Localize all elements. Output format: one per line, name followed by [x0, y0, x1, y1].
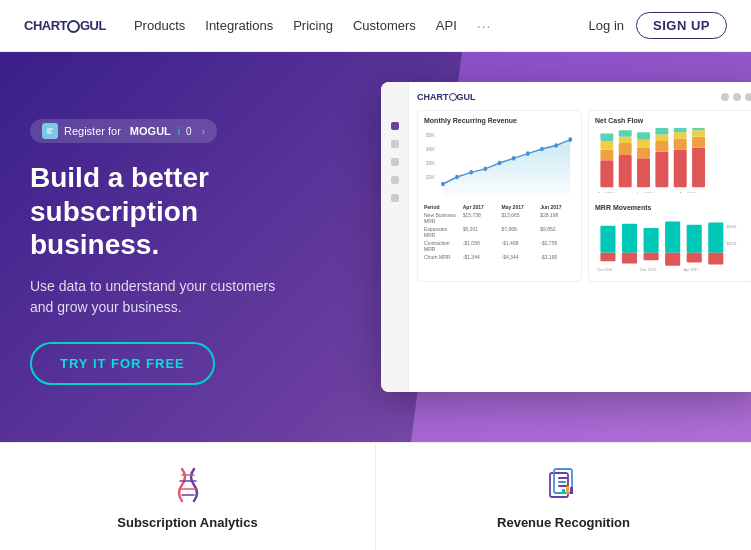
sidebar-dot-1	[391, 122, 399, 130]
svg-text:$25K: $25K	[727, 241, 737, 246]
dashboard-frame: CHARTGUL Monthly Recurring Revenue	[381, 82, 751, 392]
svg-rect-52	[665, 221, 680, 252]
svg-rect-74	[570, 487, 573, 494]
bottom-card-revenue[interactable]: Revenue Recognition	[376, 443, 751, 550]
ncf-chart-card: Net Cash Flow	[588, 110, 751, 282]
svg-text:$50K: $50K	[727, 224, 737, 229]
svg-rect-36	[674, 139, 687, 150]
dash-sidebar	[381, 82, 409, 392]
dash-icon-bell	[733, 93, 741, 101]
dash-logo: CHARTGUL	[417, 92, 476, 102]
svg-rect-21	[600, 141, 613, 150]
logo-circle-icon	[67, 20, 80, 33]
revenue-icon	[542, 463, 586, 507]
svg-rect-73	[566, 486, 569, 494]
table-header-row: Period Apr 2017 May 2017 Jun 2017	[424, 204, 575, 210]
svg-text:Jan 2016: Jan 2016	[636, 191, 654, 193]
svg-text:Oct 2016: Oct 2016	[597, 191, 615, 193]
svg-rect-38	[674, 128, 687, 132]
login-link[interactable]: Log in	[589, 18, 624, 33]
svg-rect-57	[708, 253, 723, 265]
mrr-chart-card: Monthly Recurring Revenue	[417, 110, 582, 282]
nav-customers[interactable]: Customers	[353, 18, 416, 33]
svg-rect-24	[619, 143, 632, 155]
svg-text:$50K: $50K	[426, 133, 435, 138]
sidebar-dot-5	[391, 194, 399, 202]
svg-text:Oct 2016: Oct 2016	[597, 268, 612, 272]
svg-rect-49	[622, 253, 637, 264]
svg-rect-70	[558, 481, 566, 483]
svg-rect-31	[655, 152, 668, 188]
svg-rect-69	[558, 477, 568, 479]
nav-pricing[interactable]: Pricing	[293, 18, 333, 33]
hero-dashboard: CHARTGUL Monthly Recurring Revenue	[351, 72, 751, 412]
svg-text:$40K: $40K	[426, 147, 435, 152]
register-text: Register for	[64, 125, 121, 137]
svg-rect-37	[674, 132, 687, 138]
svg-rect-47	[600, 253, 615, 262]
logo-text: CHART	[24, 18, 67, 33]
logo-text2: GUL	[80, 18, 106, 33]
nav-products[interactable]: Products	[134, 18, 185, 33]
svg-text:Apr 2017: Apr 2017	[683, 268, 698, 272]
svg-rect-54	[687, 225, 702, 253]
hero-subtitle: Use data to understand your customersand…	[30, 276, 290, 318]
svg-rect-23	[619, 155, 632, 187]
hero-title: Build a better subscription business.	[30, 161, 290, 262]
dash-icon-user	[745, 93, 751, 101]
svg-point-8	[483, 167, 487, 172]
arrow-icon: ›	[202, 125, 206, 137]
analytics-icon	[166, 463, 210, 507]
nav-integrations[interactable]: Integrations	[205, 18, 273, 33]
mogul-text: MOGUL	[130, 125, 171, 137]
svg-rect-33	[655, 134, 668, 140]
register-banner[interactable]: Register for MOGUL i0 ›	[30, 119, 217, 143]
svg-rect-55	[687, 253, 702, 263]
dash-main: CHARTGUL Monthly Recurring Revenue	[409, 82, 751, 392]
svg-text:Apr 2017: Apr 2017	[679, 191, 697, 193]
svg-point-14	[568, 137, 572, 142]
sidebar-dot-4	[391, 176, 399, 184]
dash-logo-row: CHARTGUL	[417, 92, 751, 102]
mrr-chart-title: Monthly Recurring Revenue	[424, 117, 575, 124]
svg-text:Dec 2016: Dec 2016	[640, 268, 656, 272]
bottom-section: Subscription Analytics Revenue Recogniti…	[0, 442, 751, 550]
svg-rect-35	[674, 150, 687, 188]
svg-rect-50	[644, 228, 659, 253]
svg-rect-41	[692, 130, 705, 136]
table-row-2: Expansion MRR $5,201 $7,068 $9,852	[424, 226, 575, 238]
svg-point-7	[469, 170, 473, 175]
table-row-4: Churn MRR -$1,344 -$4,344 -$3,190	[424, 254, 575, 260]
svg-rect-25	[619, 137, 632, 143]
svg-point-11	[526, 151, 530, 156]
bottom-card-analytics[interactable]: Subscription Analytics	[0, 443, 376, 550]
svg-point-6	[455, 175, 459, 180]
chart-data-table: Period Apr 2017 May 2017 Jun 2017 New Bu…	[424, 204, 575, 260]
signup-button[interactable]: SIGN UP	[636, 12, 727, 39]
nav-api[interactable]: API	[436, 18, 457, 33]
dash-icons	[721, 93, 751, 101]
nav-right: Log in SIGN UP	[589, 12, 727, 39]
ncf-chart-title: Net Cash Flow	[595, 117, 746, 124]
mrr-mov-title: MRR Movements	[595, 204, 746, 211]
svg-rect-30	[637, 132, 650, 140]
table-row-3: Contraction MRR -$1,058 -$1,468 -$2,756	[424, 240, 575, 252]
ncf-bar-chart: Oct 2016 Jan 2016 Apr 2017	[595, 128, 746, 198]
svg-rect-39	[692, 147, 705, 187]
logo[interactable]: CHARTGUL	[24, 18, 106, 33]
analytics-label: Subscription Analytics	[117, 515, 257, 530]
svg-rect-29	[637, 140, 650, 148]
svg-rect-32	[655, 141, 668, 152]
mrr-line-chart: $50K $40K $30K $20K	[424, 128, 575, 198]
svg-rect-27	[637, 158, 650, 187]
svg-point-12	[540, 147, 544, 152]
svg-rect-40	[692, 137, 705, 148]
svg-point-5	[441, 182, 445, 187]
nav-more-dots[interactable]: ···	[477, 18, 492, 34]
svg-rect-20	[600, 150, 613, 161]
charts-grid: Monthly Recurring Revenue	[417, 110, 751, 282]
svg-point-9	[498, 161, 502, 166]
svg-point-13	[554, 143, 558, 148]
cta-button[interactable]: TRY IT FOR FREE	[30, 342, 215, 385]
svg-rect-28	[637, 147, 650, 158]
